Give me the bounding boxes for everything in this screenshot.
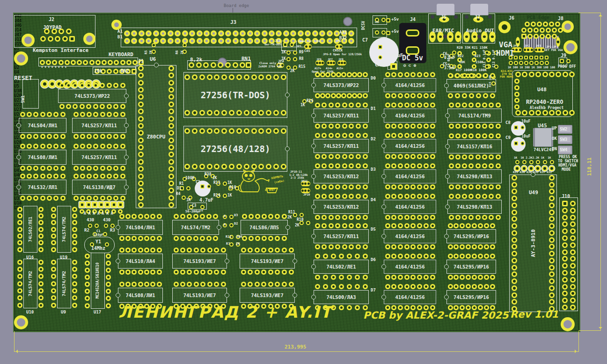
keyboard-power-pads <box>41 80 49 88</box>
chip-u16-pin <box>38 213 44 218</box>
chip-u1-pin <box>150 236 155 241</box>
component-pad <box>95 224 99 228</box>
chip-u6-pin <box>168 116 174 122</box>
chip-u27-pin <box>424 133 429 138</box>
chip-u47-pin <box>107 166 112 171</box>
chip-u43-pin <box>323 275 328 280</box>
mounting-hole <box>14 315 28 329</box>
component-pad <box>300 213 304 217</box>
chip-u15-pin <box>120 196 125 201</box>
chip-u8-pin <box>268 236 273 241</box>
chip-u44-notch <box>16 123 21 128</box>
chip-u30-pin <box>424 244 429 249</box>
jumper-pin <box>304 189 307 192</box>
chip-u41-label: 74LS174/ТМ9 <box>458 113 491 118</box>
chip-u10-pin <box>17 288 22 293</box>
j3-edge-connector <box>124 30 130 36</box>
label-open256: Open for 256k <box>312 70 334 73</box>
chip-u18-pin <box>192 110 197 116</box>
chip-u20-pin <box>342 102 347 108</box>
chip-u1-notch <box>116 225 120 230</box>
chip-u6-pin <box>138 195 144 201</box>
chip-u49-pin <box>512 265 517 270</box>
chip-u43-pin <box>339 254 344 259</box>
chip-u44-pin <box>60 112 66 117</box>
chip-u36-pin <box>478 275 483 280</box>
chip-u18-pin <box>236 110 242 116</box>
component-pad <box>207 184 211 189</box>
j8-row3 <box>527 34 533 39</box>
jp8-jumper <box>337 60 346 66</box>
chip-u27-pin <box>417 133 422 138</box>
chip-u15-pin <box>87 174 92 179</box>
chip-u37: 74LS295/ИР16 <box>446 290 496 304</box>
chip-u14-pin <box>40 144 45 149</box>
chip-u1-pin <box>125 214 131 219</box>
label-joypad: JOYPAD <box>43 25 62 30</box>
ear-mic-pin <box>443 35 447 38</box>
chip-u27-pin <box>417 154 422 159</box>
chip-u25-pin <box>385 72 390 77</box>
label-y1-value: 14Mhz <box>91 246 105 251</box>
keyboard-j1 <box>40 60 45 65</box>
chip-u27-pin <box>398 133 403 138</box>
chip-u28-pin <box>398 163 403 168</box>
chip-u34-pin <box>496 194 501 199</box>
chip-u6-pin <box>138 202 144 208</box>
chip-u51-label: 27256(48/128) <box>201 145 271 153</box>
chip-u14-pin <box>27 166 32 171</box>
chip-u42: 74LS373/ИР22 <box>58 89 126 103</box>
chip-u20-notch <box>311 113 316 118</box>
chip-u23-pin <box>322 215 327 220</box>
chip-u24-pin <box>329 244 334 249</box>
chip-u32-label: 4164/41256 <box>395 295 424 300</box>
chip-u9-pin <box>72 274 77 279</box>
j8-pin1 <box>521 34 527 39</box>
chip-u12-pin <box>125 269 131 275</box>
jp3-jumper <box>534 47 545 52</box>
j3-edge-connector <box>197 38 203 44</box>
chip-u19-label: 74LS74/ТМ2 <box>62 217 66 242</box>
j8-row1 <box>537 22 542 27</box>
chip-u4-pin <box>261 248 266 253</box>
chip-u47-pin <box>100 144 105 149</box>
component-pad <box>514 141 518 146</box>
j8-row1 <box>543 22 548 27</box>
chip-u5-pin <box>289 282 294 287</box>
chip-u16-pin <box>38 233 44 239</box>
chip-u28-pin <box>398 184 403 189</box>
chip-u34-label: 74LS298/КП13 <box>457 204 492 210</box>
label-r4: R4 <box>176 192 181 196</box>
chip-u43-pin <box>347 275 352 280</box>
chip-u26-pin <box>417 102 422 108</box>
chip-u4-pin <box>282 269 287 275</box>
chip-u46-notch <box>124 123 129 128</box>
chip-u36-pin <box>460 254 465 259</box>
chip-u28-pin <box>417 163 422 168</box>
joypad-row2 <box>69 36 75 42</box>
chip-u42-pin <box>93 104 98 109</box>
chip-u33-label: 74LS298/КП13 <box>457 174 492 179</box>
chip-u5-pin <box>275 282 280 287</box>
chip-u39-pin <box>455 93 460 98</box>
keyboard-power-pads <box>48 80 56 88</box>
chip-u35-pin <box>472 223 477 228</box>
chip-u11-pin <box>119 282 124 287</box>
chip-u27-pin <box>430 154 435 159</box>
chip-u3: 74LS193/ИЕ7 <box>172 288 227 303</box>
label-c2-value: 4.7uF <box>199 198 213 203</box>
chip-u6-pin <box>138 123 144 129</box>
chip-u15-pin <box>73 174 79 179</box>
component-pad <box>103 232 107 236</box>
chip-u33-pin <box>482 184 487 189</box>
r24-row-a <box>540 56 543 59</box>
chip-u51-pin <box>236 128 242 134</box>
label-r10: R10 <box>297 218 303 222</box>
chip-u9-pin <box>72 267 77 272</box>
label-j9: J9 <box>561 53 566 58</box>
chip-u14-pin <box>40 166 45 171</box>
label-c9-value: 10uF <box>521 135 530 138</box>
chip-u19-pin <box>51 213 56 218</box>
chip-u6-pin <box>168 102 174 107</box>
chip-u16-label: 74LS02/ЛЕ1 <box>29 217 33 242</box>
